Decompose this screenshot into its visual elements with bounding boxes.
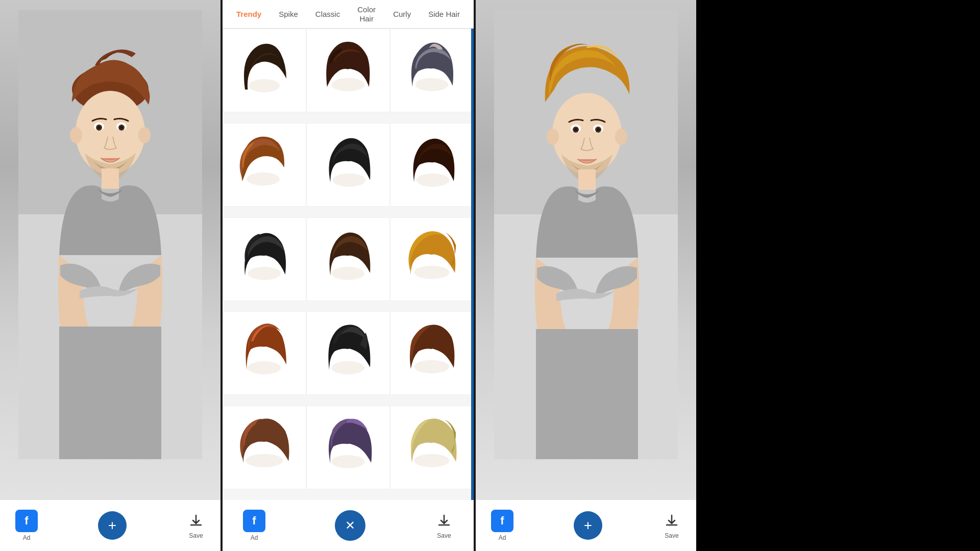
svg-point-27	[332, 455, 365, 468]
add-button-left[interactable]: +	[98, 511, 127, 540]
hair-style-2[interactable]	[306, 29, 390, 112]
ad-label-right: Ad	[499, 534, 506, 541]
save-label-center: Save	[437, 532, 451, 539]
bottom-bar-left: f Ad + Save	[0, 500, 220, 551]
tab-classic[interactable]: Classic	[311, 8, 344, 20]
right-person-image	[476, 0, 696, 469]
hair-style-10[interactable]	[223, 311, 306, 395]
tab-side-hair[interactable]: Side Hair	[424, 8, 464, 20]
facebook-icon-left[interactable]: f	[15, 510, 38, 532]
save-icon-left[interactable]	[187, 512, 205, 530]
fb-ad-right[interactable]: f Ad	[491, 510, 513, 541]
hair-style-13[interactable]	[223, 406, 306, 489]
hair-style-12[interactable]	[390, 311, 474, 395]
svg-rect-41	[536, 329, 638, 459]
hair-style-14[interactable]	[306, 406, 390, 489]
hair-style-7[interactable]	[223, 217, 306, 301]
right-panel: f Ad + Save	[476, 0, 696, 551]
svg-point-28	[414, 454, 449, 467]
hair-style-8[interactable]	[306, 217, 390, 301]
svg-point-18	[333, 173, 366, 187]
bottom-bar-center: f Ad ✕ Save	[223, 500, 474, 551]
hair-style-3[interactable]	[390, 29, 474, 112]
svg-rect-40	[578, 169, 596, 190]
tab-bar: Trendy Spike Classic Color Hair Curly Si…	[223, 0, 474, 29]
hair-style-4[interactable]	[223, 123, 306, 207]
save-wrapper-center[interactable]: Save	[435, 512, 453, 539]
tab-trendy[interactable]: Trendy	[232, 8, 265, 20]
svg-point-4	[70, 127, 82, 143]
svg-point-32	[547, 129, 559, 145]
svg-point-26	[246, 454, 283, 467]
close-button[interactable]: ✕	[335, 510, 365, 541]
svg-point-38	[574, 128, 577, 131]
hair-style-5[interactable]	[306, 123, 390, 207]
fb-ad-left[interactable]: f Ad	[15, 510, 38, 541]
svg-point-19	[416, 173, 450, 187]
save-label-right: Save	[665, 532, 678, 539]
fb-ad-center[interactable]: f Ad	[243, 510, 265, 541]
center-panel: Trendy Spike Classic Color Hair Curly Si…	[220, 0, 476, 551]
svg-point-23	[248, 361, 281, 374]
bottom-bar-right: f Ad + Save	[476, 500, 696, 551]
svg-point-10	[97, 126, 101, 129]
svg-point-16	[415, 78, 449, 91]
svg-point-15	[332, 78, 365, 91]
save-icon-right[interactable]	[663, 512, 681, 530]
hair-style-9[interactable]	[390, 217, 474, 301]
hair-grid	[223, 29, 474, 500]
svg-point-11	[120, 126, 123, 129]
hair-style-11[interactable]	[306, 311, 390, 395]
svg-rect-12	[102, 168, 119, 189]
hair-style-15[interactable]	[390, 406, 474, 489]
save-label-left: Save	[189, 532, 203, 539]
svg-point-17	[247, 172, 280, 186]
svg-point-39	[597, 128, 600, 131]
save-wrapper-left[interactable]: Save	[187, 512, 205, 539]
hair-style-6[interactable]	[390, 123, 474, 207]
add-button-right[interactable]: +	[574, 511, 602, 540]
svg-point-5	[138, 127, 151, 143]
svg-point-31	[552, 93, 622, 174]
svg-point-21	[332, 267, 365, 280]
svg-point-14	[249, 79, 280, 92]
svg-rect-13	[59, 327, 161, 459]
left-panel: f Ad + Save	[0, 0, 220, 551]
tab-spike[interactable]: Spike	[275, 8, 302, 20]
svg-point-25	[414, 360, 449, 373]
tab-curly[interactable]: Curly	[389, 8, 415, 20]
hair-style-1[interactable]	[223, 29, 306, 112]
save-wrapper-right[interactable]: Save	[663, 512, 681, 539]
svg-point-24	[332, 361, 365, 374]
ad-label-left: Ad	[23, 534, 31, 541]
svg-point-20	[248, 267, 281, 280]
save-icon-center[interactable]	[435, 512, 453, 530]
right-filler	[696, 0, 980, 551]
facebook-icon-center[interactable]: f	[243, 510, 265, 532]
tab-color-hair[interactable]: Color Hair	[353, 3, 380, 26]
left-person-image	[0, 0, 220, 469]
facebook-icon-right[interactable]: f	[491, 510, 513, 532]
ad-label-center: Ad	[251, 534, 258, 541]
svg-point-33	[615, 129, 627, 145]
svg-point-22	[414, 266, 449, 279]
